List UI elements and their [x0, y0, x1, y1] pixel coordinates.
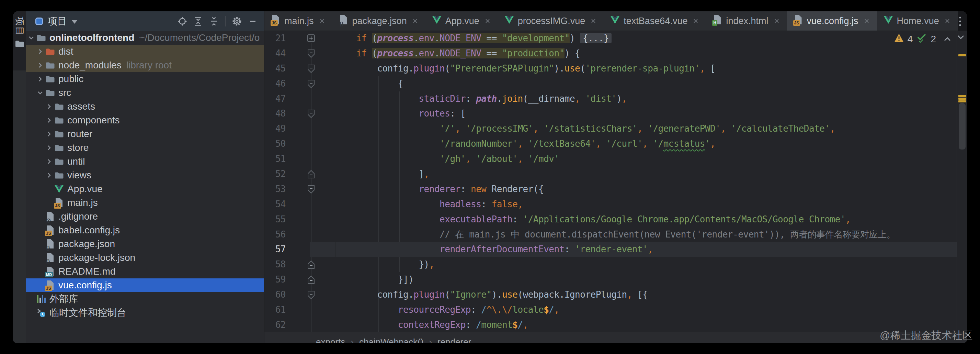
fold-marker-up-icon[interactable] — [307, 275, 315, 286]
tree-item-dist[interactable]: dist — [26, 45, 264, 58]
tab-textBase64.vue[interactable]: textBase64.vue — [604, 11, 706, 30]
code-line-54[interactable]: headless: false, — [336, 197, 957, 212]
tree-item-babel.config.js[interactable]: JSbabel.config.js — [26, 223, 264, 237]
code-line-49[interactable]: '/', '/processIMG', '/statisticsChars', … — [336, 121, 957, 136]
tree-item-onlinetoolfrontend[interactable]: onlinetoolfrontend~/Documents/CodeProjec… — [26, 31, 264, 45]
code-line-45[interactable]: config.plugin("PrerenderSPAPlugin").use(… — [336, 61, 957, 76]
tree-item-main.js[interactable]: JSmain.js — [26, 196, 264, 210]
breadcrumb-item[interactable]: chainWebpack() — [359, 337, 423, 343]
code-line-46[interactable]: { — [336, 76, 957, 91]
tree-item-package-lock.json[interactable]: {}package-lock.json — [26, 251, 264, 265]
chevron-down-icon[interactable] — [72, 20, 77, 24]
tree-item-README.md[interactable]: MDREADME.md — [26, 265, 264, 278]
tree-item-store[interactable]: store — [26, 141, 264, 155]
tree-item-nodemodules[interactable]: node_moduleslibrary root — [26, 58, 264, 72]
tab-main.js[interactable]: JSmain.js — [264, 11, 332, 30]
code-token: , — [622, 94, 627, 104]
tree-item-package.json[interactable]: {}package.json — [26, 237, 264, 251]
code-line-53[interactable]: renderer: new Renderer({ — [336, 182, 957, 197]
chevron-right-icon[interactable] — [36, 75, 45, 83]
tree-item-public[interactable]: public — [26, 72, 264, 86]
inspections-widget[interactable]: 4 2 — [894, 33, 952, 45]
fold-marker-up-icon[interactable] — [307, 260, 315, 271]
tree-item-src[interactable]: src — [26, 86, 264, 100]
breadcrumb-item[interactable]: renderer — [438, 337, 471, 343]
close-tab-icon[interactable] — [773, 18, 780, 24]
settings-icon[interactable] — [231, 15, 243, 28]
tab-processIMG.vue[interactable]: processIMG.vue — [498, 11, 604, 30]
tree-item-components[interactable]: components — [26, 113, 264, 127]
code-line-21[interactable]: if (process.env.NODE_ENV == "development… — [336, 31, 957, 46]
chevron-right-icon[interactable] — [45, 158, 54, 165]
error-stripe-mark[interactable] — [958, 54, 966, 56]
fold-marker-down-icon[interactable] — [307, 49, 315, 60]
code-line-59[interactable]: }]) — [336, 272, 957, 287]
hide-icon[interactable] — [246, 15, 259, 28]
error-stripe-mark[interactable] — [958, 97, 966, 100]
more-options-icon[interactable] — [959, 16, 961, 28]
code-line-57[interactable]: renderAfterDocumentEvent: 'render-event'… — [336, 242, 957, 257]
fold-marker-down-icon[interactable] — [307, 185, 315, 196]
error-stripe-scrollbar[interactable] — [957, 31, 967, 332]
code-line-58[interactable]: }), — [336, 257, 957, 272]
close-tab-icon[interactable] — [484, 18, 491, 24]
close-tab-icon[interactable] — [412, 18, 418, 24]
tree-item-[interactable]: 外部库 — [26, 292, 264, 306]
error-stripe-mark[interactable] — [958, 100, 966, 102]
code-line-56[interactable]: // 在 main.js 中 document.dispatchEvent(ne… — [336, 227, 957, 242]
tree-item-until[interactable]: until — [26, 155, 264, 168]
chevron-down-icon[interactable] — [36, 89, 45, 97]
close-tab-icon[interactable] — [692, 18, 699, 24]
fold-marker-down-icon[interactable] — [307, 64, 315, 75]
chevron-right-icon[interactable] — [45, 144, 54, 151]
code-line-60[interactable]: config.plugin("Ignore").use(webpack.Igno… — [336, 287, 957, 303]
tree-item-.gitignore[interactable]: ⊘.gitignore — [26, 210, 264, 223]
chevron-right-icon[interactable] — [45, 172, 54, 179]
previous-problem-icon[interactable] — [943, 33, 952, 45]
code-line-61[interactable]: resourceRegExp: /^\.\/locale$/, — [336, 303, 957, 317]
close-tab-icon[interactable] — [863, 18, 870, 24]
close-tab-icon[interactable] — [590, 18, 597, 24]
project-tool-button[interactable]: 项目 — [13, 11, 26, 70]
locate-icon[interactable] — [176, 15, 189, 28]
code-area[interactable]: if (process.env.NODE_ENV == "development… — [336, 31, 957, 332]
next-problem-icon[interactable] — [956, 34, 965, 41]
fold-marker-plus-icon[interactable] — [307, 34, 315, 44]
tab-App.vue[interactable]: App.vue — [425, 11, 498, 30]
fold-marker-down-icon[interactable] — [307, 109, 315, 120]
tab-vue.config.js[interactable]: JSvue.config.js — [787, 11, 877, 30]
close-tab-icon[interactable] — [319, 18, 326, 24]
code-line-52[interactable]: ], — [336, 167, 957, 182]
scrollbar-thumb[interactable] — [959, 103, 966, 150]
fold-marker-up-icon[interactable] — [307, 170, 315, 181]
chevron-right-icon[interactable] — [45, 130, 54, 138]
tree-item-App.vue[interactable]: App.vue — [26, 182, 264, 196]
code-line-44[interactable]: if (process.env.NODE_ENV == "production"… — [336, 46, 957, 61]
tree-item-assets[interactable]: assets — [26, 100, 264, 113]
chevron-right-icon[interactable] — [45, 103, 54, 110]
fold-marker-down-icon[interactable] — [307, 80, 315, 90]
tree-item-router[interactable]: router — [26, 127, 264, 141]
collapse-all-icon[interactable] — [207, 15, 220, 28]
code-line-47[interactable]: staticDir: path.join(__dirname, 'dist'), — [336, 91, 957, 107]
error-stripe-mark[interactable] — [958, 95, 966, 97]
tab-package.json[interactable]: {}package.json — [332, 11, 425, 30]
tree-item-vue.config.js[interactable]: JSvue.config.js — [26, 278, 264, 292]
chevron-down-icon[interactable] — [27, 34, 36, 41]
tree-item-views[interactable]: views — [26, 168, 264, 182]
chevron-right-icon[interactable] — [36, 62, 45, 69]
chevron-right-icon[interactable] — [45, 116, 54, 124]
tab-Home.vue[interactable]: Home.vue — [877, 11, 958, 30]
tree-item-[interactable]: 临时文件和控制台 — [26, 306, 264, 320]
fold-marker-down-icon[interactable] — [307, 290, 315, 301]
code-line-48[interactable]: routes: [ — [336, 106, 957, 121]
close-tab-icon[interactable] — [944, 18, 951, 24]
chevron-right-icon[interactable] — [36, 48, 45, 55]
breadcrumb-item[interactable]: exports — [316, 337, 345, 343]
code-line-62[interactable]: contextRegExp: /moment$/, — [336, 317, 957, 332]
code-line-51[interactable]: '/gh', '/about', '/mdv' — [336, 151, 957, 167]
code-line-55[interactable]: executablePath: '/Applications/Google Ch… — [336, 212, 957, 227]
code-line-50[interactable]: '/randomNumber', '/textBase64', '/curl',… — [336, 136, 957, 151]
tab-index.html[interactable]: Hindex.html — [706, 11, 787, 30]
expand-all-icon[interactable] — [192, 15, 205, 28]
